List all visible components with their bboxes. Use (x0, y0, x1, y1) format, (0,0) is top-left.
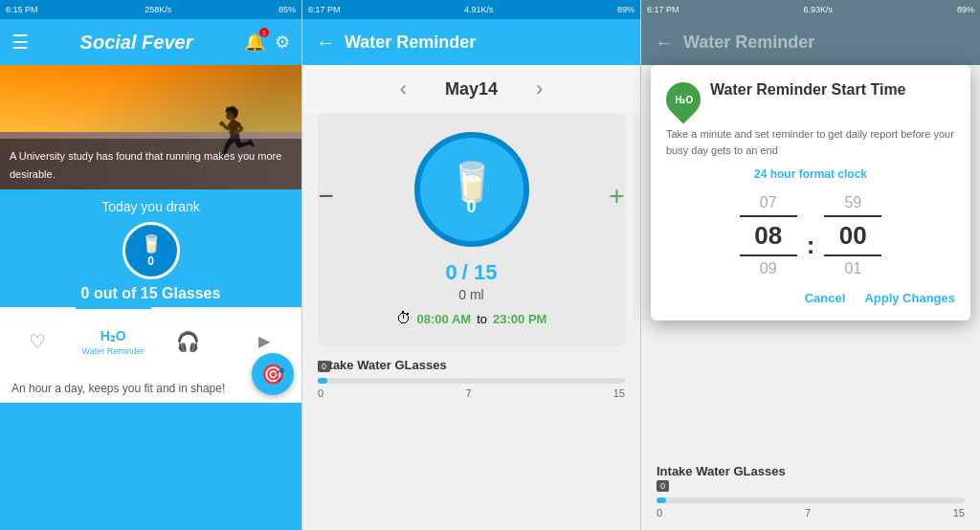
water-display: − 🥛 0 + 0 / 15 0 ml ⏱ 08:00 AM to 23:00 … (318, 113, 625, 346)
slider-min-2: 0 (318, 387, 323, 399)
dialog-title: Water Reminder Start Time (710, 80, 906, 100)
battery-1: 85% (278, 5, 296, 14)
top-bar-3: ← Water Reminder (641, 19, 980, 65)
prev-date-2[interactable]: ‹ (400, 77, 407, 101)
time-from: 08:00 AM (417, 312, 472, 326)
screen-title-3: Water Reminder (683, 33, 814, 53)
slider-min-3: 0 (657, 507, 662, 519)
tab-water[interactable]: H₂O Water Reminder (76, 307, 151, 374)
network-3: 6.93K/s (803, 5, 833, 14)
battery-2: 89% (617, 5, 635, 14)
slider-container-2: 0 0 7 15 (318, 378, 625, 399)
top-bar-2: ← Water Reminder (302, 19, 640, 65)
slider-thumb-label-2: 0 (318, 361, 330, 372)
tab-heart[interactable]: ♡ (0, 307, 76, 374)
time-2: 6:17 PM (308, 5, 341, 14)
app-title: Social Fever (80, 32, 193, 54)
total-count: 15 (474, 260, 497, 284)
today-label: Today you drank (0, 199, 301, 214)
top-bar-1: ☰ Social Fever 🔔1 ⚙ (0, 19, 301, 65)
time-range: ⏱ 08:00 AM to 23:00 PM (396, 310, 547, 327)
plus-button[interactable]: + (609, 181, 624, 211)
hour-selected[interactable]: 08 (740, 215, 797, 256)
slider-track-2[interactable] (318, 378, 625, 384)
hour-column: 07 08 09 (740, 194, 797, 277)
today-section: Today you drank 🥛 0 0 out of 15 Glasses (0, 189, 301, 307)
intake-section-2: Intake Water GLasses 0 0 7 15 (302, 346, 640, 410)
big-water-circle: 🥛 0 (414, 132, 529, 247)
panel-social-fever: 6:15 PM 258K/s 85% ☰ Social Fever 🔔1 ⚙ 🏃… (0, 0, 301, 530)
settings-icon[interactable]: ⚙ (275, 32, 290, 53)
big-count: 0 (466, 197, 476, 217)
back-arrow-2[interactable]: ← (316, 32, 335, 54)
glasses-text: 0 out of 15 Glasses (0, 285, 301, 302)
intake-section-3: Intake Water GLasses 0 0 7 15 (641, 453, 980, 530)
slider-track-3 (657, 497, 965, 503)
time-to: 23:00 PM (493, 312, 546, 326)
status-bar-1: 6:15 PM 258K/s 85% (0, 0, 301, 19)
hero-text: A University study has found that runnin… (10, 150, 281, 179)
time-1: 6:15 PM (6, 5, 38, 14)
slider-mid-2: 7 (465, 387, 471, 399)
next-date-2[interactable]: › (536, 77, 543, 101)
intake-title-2: Intake Water GLasses (318, 358, 625, 372)
p1-bottom: ♡ H₂O Water Reminder 🎧 ▶ An hour a day, … (0, 307, 301, 403)
minus-button[interactable]: − (319, 181, 334, 211)
panel-water-reminder: 6:17 PM 4.91K/s 89% ← Water Reminder ‹ M… (301, 0, 640, 530)
cancel-button[interactable]: Cancel (805, 291, 846, 305)
current-count: 0 (446, 260, 457, 284)
slider-max-3: 15 (953, 507, 965, 519)
count-display: 0 / 15 (446, 260, 498, 285)
minute-column: 59 00 01 (824, 194, 881, 277)
network-2: 4.91K/s (464, 5, 494, 14)
hero-image: 🏃 A University study has found that runn… (0, 65, 301, 189)
date-nav-2: ‹ May14 › (302, 65, 640, 113)
apply-changes-button[interactable]: Apply Changes (864, 291, 955, 305)
ml-display: 0 ml (458, 287, 483, 302)
slider-max-2: 15 (613, 387, 625, 399)
water-circle-small: 🥛 0 (122, 222, 180, 279)
date-label-2: May14 (445, 79, 498, 99)
tab-water-label: Water Reminder (82, 346, 145, 356)
panel-water-dialog: 6:17 PM 6.93K/s 89% ← Water Reminder ‹ M… (640, 0, 980, 530)
dialog-actions: Cancel Apply Changes (666, 291, 955, 305)
minute-prev: 59 (844, 194, 861, 211)
small-count: 0 (147, 254, 154, 268)
status-bar-3: 6:17 PM 6.93K/s 89% (641, 0, 980, 19)
heart-icon: ♡ (29, 330, 46, 353)
minute-next: 01 (844, 260, 861, 277)
more-icon: ▶ (258, 332, 270, 350)
battery-3: 89% (957, 5, 974, 14)
hamburger-icon[interactable]: ☰ (11, 31, 29, 54)
tab-headphone[interactable]: 🎧 (151, 307, 227, 374)
time-3: 6:17 PM (647, 5, 679, 14)
slider-labels-3: 0 7 15 (657, 507, 965, 519)
slider-labels-2: 0 7 15 (318, 387, 625, 399)
clock-format-link[interactable]: 24 hour format clock (666, 167, 955, 181)
time-colon: : (807, 231, 815, 260)
back-arrow-3[interactable]: ← (655, 32, 674, 54)
time-to-label: to (477, 312, 487, 326)
footer-text: An hour a day, keeps you fit and in shap… (0, 374, 301, 403)
screen-title-2: Water Reminder (345, 33, 476, 53)
slider-thumb-label-3: 0 (657, 480, 669, 492)
network-1: 258K/s (145, 5, 171, 14)
hero-overlay: A University study has found that runnin… (0, 139, 301, 189)
minute-selected[interactable]: 00 (824, 215, 881, 256)
dialog-header: H₂O Water Reminder Start Time (666, 80, 955, 117)
slider-mid-3: 7 (805, 507, 811, 519)
slider-fill-2 (318, 378, 327, 384)
slider-container-3: 0 0 7 15 (657, 497, 965, 519)
status-bar-2: 6:17 PM 4.91K/s 89% (302, 0, 640, 19)
water-drop-icon: H₂O (659, 76, 708, 124)
water-icon: H₂O (100, 328, 126, 343)
footer-label: An hour a day, keeps you fit and in shap… (11, 382, 225, 395)
hour-prev: 07 (760, 194, 777, 211)
dialog-description: Take a minute and set reminder to get da… (666, 126, 955, 158)
headphone-icon: 🎧 (176, 330, 200, 353)
top-icons: 🔔1 ⚙ (244, 32, 290, 53)
separator: / (462, 260, 474, 284)
time-picker-dialog: H₂O Water Reminder Start Time Take a min… (651, 65, 970, 320)
fab-button[interactable]: 🎯 (252, 353, 294, 395)
notification-icon[interactable]: 🔔1 (244, 32, 265, 53)
